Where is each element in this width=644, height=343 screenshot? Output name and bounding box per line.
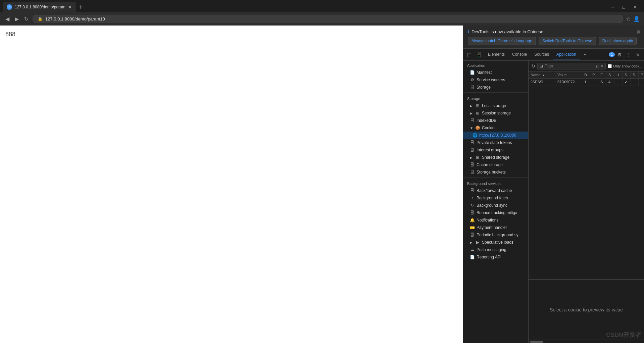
window-controls: ─ □ ✕ — [607, 3, 641, 11]
sidebar-item-storage[interactable]: 🗄 Storage — [463, 84, 528, 91]
devtools-panel: ℹ DevTools is now available in Chinese! … — [463, 26, 644, 343]
browser-tab-active[interactable]: ⊙ 127.0.0.1:8080/demo/param ✕ — [3, 2, 76, 12]
sidebar-item-cookie-url[interactable]: 🌐 http://127.0.0.1:8080 — [463, 132, 528, 139]
sidebar-item-background-sync[interactable]: ↻ Background sync — [463, 202, 528, 209]
cookie-row[interactable]: JSESSI... 67D09F72B7... 1... / S... 4...… — [529, 79, 644, 86]
bounce-tracking-icon: 🗄 — [470, 210, 475, 215]
cookie-refresh-button[interactable]: ↻ — [531, 63, 535, 69]
cookie-td-path — [590, 79, 598, 86]
expand-cookies-icon: ▼ — [470, 126, 473, 130]
forward-button[interactable]: ▶ — [13, 14, 20, 23]
th-priority[interactable]: P. — [639, 71, 644, 78]
sidebar-item-local-storage[interactable]: ▶ ⊞ Local storage — [463, 102, 528, 109]
th-path[interactable]: P. — [590, 71, 598, 78]
bookmark-button[interactable]: ☆ — [626, 16, 631, 22]
cookie-delete-button[interactable]: ✕ — [600, 64, 603, 68]
cookie-filter[interactable]: ⊟ 𝑓𝑥 ✕ — [537, 63, 606, 69]
th-expires[interactable]: E. — [598, 71, 606, 78]
sidebar-item-session-storage[interactable]: ▶ ⊞ Session storage — [463, 109, 528, 117]
th-size[interactable]: S. — [606, 71, 614, 78]
match-language-button[interactable]: Always match Chrome's language — [468, 37, 536, 45]
cookie-clear-button[interactable]: 𝑓𝑥 — [596, 64, 599, 68]
browser-actions: ☆ 👤 — [626, 16, 640, 22]
switch-devtools-button[interactable]: Switch DevTools to Chinese — [539, 37, 596, 45]
close-button[interactable]: ✕ — [629, 3, 641, 11]
sidebar-item-cache-storage[interactable]: 🗄 Cache storage — [463, 161, 528, 168]
reload-button[interactable]: ↻ — [23, 14, 30, 23]
th-name[interactable]: Name ▲ — [529, 71, 555, 78]
devtools-inspect-icon[interactable]: ⬚ — [465, 51, 474, 59]
sidebar-item-payment-handler[interactable]: 💳 Payment handler — [463, 224, 528, 231]
sidebar-item-push-messaging[interactable]: ☁ Push messaging — [463, 246, 528, 253]
tab-console[interactable]: Console — [509, 50, 530, 59]
sidebar-item-indexeddb[interactable]: 🗄 IndexedDB — [463, 117, 528, 124]
sidebar-item-storage-buckets[interactable]: 🗄 Storage buckets — [463, 168, 528, 176]
main-layout: 888 ℹ DevTools is now available in Chine… — [0, 26, 644, 343]
sidebar-item-shared-storage[interactable]: ▶ ⊞ Shared storage — [463, 154, 528, 161]
tab-elements[interactable]: Elements — [485, 50, 508, 59]
th-domain[interactable]: D. — [582, 71, 590, 78]
devtools-close-icon[interactable]: ✕ — [634, 51, 642, 59]
cookie-table-header: Name ▲ Value D. P. E. S. H. S. S. P. P. — [529, 71, 644, 79]
settings-icon[interactable]: ⚙ — [615, 51, 624, 59]
bg-fetch-label: Background fetch — [477, 196, 508, 200]
devtools-sidebar: Application 📄 Manifest ⚙ Service workers… — [463, 61, 529, 343]
new-tab-button[interactable]: + — [76, 3, 86, 11]
tab-favicon: ⊙ — [7, 4, 12, 10]
address-bar[interactable]: 🔒 127.0.0.1:8080/demo/param10 — [33, 15, 623, 23]
only-show-label[interactable]: Only show cook... — [608, 64, 642, 68]
hscroll-thumb[interactable] — [530, 341, 543, 343]
back-forward-label: Back/forward cache — [477, 188, 512, 193]
cookie-td-value: 67D09F72B7... — [555, 79, 582, 86]
sidebar-item-periodic-bg-sync[interactable]: 🗄 Periodic background sy — [463, 231, 528, 239]
manifest-icon: 📄 — [470, 70, 475, 75]
tab-sources[interactable]: Sources — [531, 50, 552, 59]
dont-show-again-button[interactable]: Don't show again — [599, 37, 637, 45]
notification-text: DevTools is now available in Chinese! — [472, 29, 545, 34]
sidebar-section-application: Application 📄 Manifest ⚙ Service workers… — [463, 61, 528, 91]
session-storage-label: Session storage — [482, 111, 511, 115]
back-button[interactable]: ◀ — [4, 14, 11, 23]
tab-application[interactable]: Application — [553, 50, 580, 59]
sidebar-divider-1 — [463, 92, 528, 93]
cookies-label: Cookies — [482, 126, 496, 130]
th-secure[interactable]: S. — [623, 71, 631, 78]
expand-session-storage-icon: ▶ — [470, 111, 473, 115]
filter-input[interactable] — [544, 64, 595, 68]
cookie-td-expires: S... — [598, 79, 606, 86]
notification-banner: ℹ DevTools is now available in Chinese! … — [463, 26, 644, 49]
th-httponly[interactable]: H. — [614, 71, 623, 78]
tab-close-button[interactable]: ✕ — [68, 4, 72, 10]
sidebar-item-background-fetch[interactable]: ↕ Background fetch — [463, 194, 528, 202]
interest-groups-label: Interest groups — [477, 148, 503, 152]
sidebar-item-speculative-loads[interactable]: ▶ ▶ Speculative loads — [463, 239, 528, 246]
maximize-button[interactable]: □ — [618, 3, 629, 11]
shared-storage-label: Shared storage — [482, 155, 509, 160]
minimize-button[interactable]: ─ — [607, 3, 618, 11]
only-show-text: Only show cook... — [613, 64, 642, 68]
sidebar-item-cookies[interactable]: ▼ 🍪 Cookies — [463, 124, 528, 132]
cookie-td-name: JSESSI... — [529, 79, 555, 86]
th-value[interactable]: Value — [555, 71, 582, 78]
sidebar-divider-2 — [463, 177, 528, 178]
sidebar-item-manifest[interactable]: 📄 Manifest — [463, 69, 528, 76]
cookie-td-priority — [639, 79, 644, 86]
sidebar-item-back-forward-cache[interactable]: 🗄 Back/forward cache — [463, 187, 528, 194]
tab-bar: ⊙ 127.0.0.1:8080/demo/param ✕ + ─ □ ✕ — [0, 0, 644, 12]
only-show-checkbox[interactable] — [608, 64, 612, 68]
tab-more[interactable]: » — [580, 50, 589, 59]
sidebar-item-private-state-tokens[interactable]: 🗄 Private state tokens — [463, 139, 528, 146]
th-samesite[interactable]: S. — [631, 71, 639, 78]
cache-storage-icon: 🗄 — [470, 162, 475, 167]
notification-close-button[interactable]: ✕ — [636, 29, 641, 35]
sidebar-item-notifications[interactable]: 🔔 Notifications — [463, 216, 528, 224]
cookie-td-httponly — [614, 79, 623, 86]
devtools-device-icon[interactable]: 📱 — [474, 51, 484, 59]
sidebar-item-reporting-api[interactable]: 📄 Reporting API — [463, 253, 528, 261]
profile-button[interactable]: 👤 — [633, 16, 640, 22]
sidebar-item-service-workers[interactable]: ⚙ Service workers — [463, 76, 528, 84]
more-options-icon[interactable]: ⋮ — [625, 51, 633, 59]
sidebar-item-interest-groups[interactable]: 🗄 Interest groups — [463, 146, 528, 154]
sidebar-item-bounce-tracking[interactable]: 🗄 Bounce tracking mitiga — [463, 209, 528, 216]
sidebar-section-bg-services: Background services 🗄 Back/forward cache… — [463, 179, 528, 261]
